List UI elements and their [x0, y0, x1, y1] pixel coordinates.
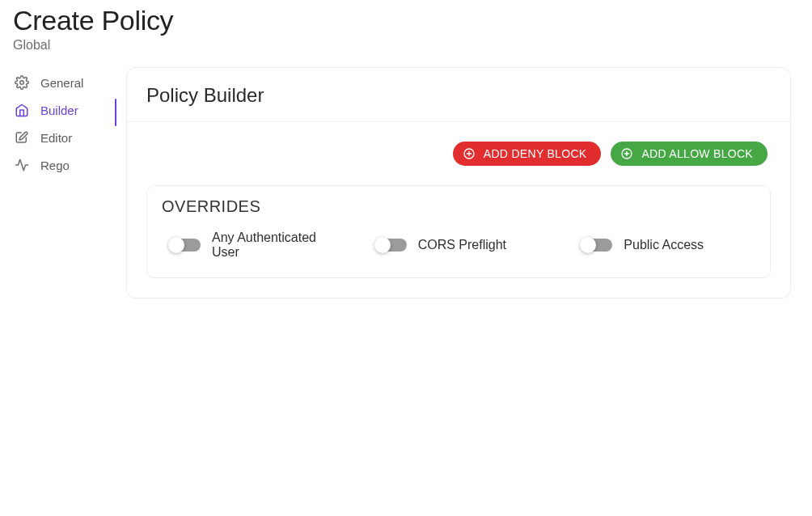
sidebar-item-editor[interactable]: Editor — [13, 124, 126, 151]
overrides-panel: OVERRIDES Any Authenticated User — [146, 185, 771, 278]
action-row: ADD DENY BLOCK ADD ALLOW BLOCK — [146, 142, 771, 166]
active-indicator — [115, 99, 116, 126]
sidebar-item-builder[interactable]: Builder — [13, 96, 126, 124]
sidebar-item-label: Editor — [40, 131, 72, 145]
activity-icon — [15, 158, 29, 172]
button-label: ADD ALLOW BLOCK — [641, 147, 753, 160]
toggle-knob — [374, 237, 391, 253]
sidebar-item-rego[interactable]: Rego — [13, 151, 126, 179]
override-public-access: Public Access — [582, 231, 755, 260]
sidebar-item-label: Builder — [40, 104, 78, 117]
pencil-square-icon — [15, 130, 29, 145]
override-any-authenticated-user: Any Authenticated User — [170, 231, 344, 260]
sidebar: General Builder — [13, 67, 126, 298]
page-title: Create Policy — [13, 5, 799, 36]
override-cors-preflight: CORS Preflight — [376, 231, 550, 260]
button-label: ADD DENY BLOCK — [484, 147, 587, 160]
add-deny-block-button[interactable]: ADD DENY BLOCK — [453, 142, 602, 166]
home-icon — [15, 103, 29, 117]
plus-circle-icon — [620, 147, 633, 160]
toggle-label: CORS Preflight — [418, 238, 506, 252]
toggle-any-authenticated-user[interactable] — [170, 239, 201, 252]
toggle-cors-preflight[interactable] — [376, 239, 407, 252]
overrides-title: OVERRIDES — [162, 197, 755, 216]
toggle-label: Any Authenticated User — [212, 231, 344, 260]
card-body: ADD DENY BLOCK ADD ALLOW BLOCK — [127, 122, 790, 298]
svg-point-0 — [20, 81, 24, 85]
toggle-label: Public Access — [624, 238, 704, 252]
toggle-public-access[interactable] — [582, 239, 612, 252]
card-title: Policy Builder — [146, 84, 771, 107]
policy-builder-card: Policy Builder ADD DEN — [126, 67, 791, 298]
card-header: Policy Builder — [127, 68, 790, 122]
sidebar-item-general[interactable]: General — [13, 69, 126, 96]
main-panel: Policy Builder ADD DEN — [126, 67, 799, 298]
page-subtitle: Global — [13, 38, 799, 53]
overrides-row: Any Authenticated User CORS Preflight — [162, 231, 755, 260]
plus-circle-icon — [463, 147, 476, 160]
add-allow-block-button[interactable]: ADD ALLOW BLOCK — [611, 142, 768, 166]
gear-icon — [15, 75, 29, 90]
toggle-knob — [168, 237, 184, 253]
sidebar-item-label: General — [40, 76, 83, 90]
sidebar-item-label: Rego — [40, 159, 70, 172]
toggle-knob — [580, 237, 596, 253]
